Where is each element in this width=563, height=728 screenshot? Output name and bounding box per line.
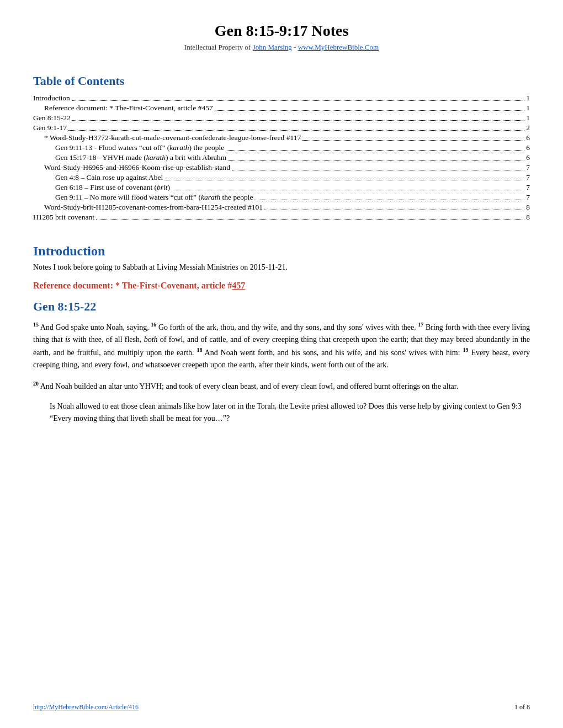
verse-15-text: And God spake unto Noah, saying,: [40, 323, 151, 331]
verse-16-text: Go forth of the ark, thou, and thy wife,…: [158, 323, 418, 331]
author-link[interactable]: John Marsing: [253, 43, 292, 51]
toc-page-number: 1: [526, 104, 530, 113]
subtitle-text: Intellectual Property of: [184, 43, 253, 51]
verse-17-num: 17: [418, 322, 423, 328]
toc-entry-label: Introduction: [33, 94, 70, 103]
toc-entry-label: Gen 8:15-22: [33, 114, 71, 122]
toc-page-number: 2: [526, 124, 530, 132]
toc-page-number: 1: [526, 114, 530, 122]
toc-dots: [228, 160, 524, 160]
toc-page-number: 7: [526, 173, 530, 182]
toc-entry-label: Reference document: * The-First-Covenant…: [44, 104, 213, 113]
toc-entry-label: Gen 9:11-13 - Flood waters “cut off” (ka…: [55, 143, 224, 152]
toc-page-number: 7: [526, 163, 530, 172]
toc-container: Introduction1Reference document: * The-F…: [33, 94, 530, 222]
toc-dots: [72, 100, 525, 101]
toc-entry-label: Gen 9:11 – No more will flood waters “cu…: [55, 193, 253, 202]
toc-entry-label: H1285 brit covenant: [33, 213, 94, 222]
toc-entry-label: * Word-Study-H3772-karath-cut-made-coven…: [44, 133, 301, 142]
toc-dots: [215, 110, 525, 111]
toc-dots: [96, 220, 524, 220]
toc-entry-label: Gen 15:17-18 - YHVH made (karath) a brit…: [55, 153, 226, 162]
toc-entry-label: Word-Study-H6965-and-H6966-Koom-rise-up-…: [44, 163, 230, 172]
toc-dots: [232, 170, 524, 170]
toc-dots: [226, 150, 524, 151]
bible-verse-20: 20 And Noah builded an altar unto YHVH; …: [33, 379, 530, 393]
toc-row: Reference document: * The-First-Covenant…: [33, 104, 530, 113]
toc-row: Word-Study-brit-H1285-covenant-comes-fro…: [33, 203, 530, 212]
toc-dots: [164, 180, 524, 180]
toc-row: Introduction1: [33, 94, 530, 103]
verse-20-num: 20: [33, 381, 39, 387]
reference-text: Reference document: * The-First-Covenant…: [33, 281, 232, 290]
toc-page-number: 6: [526, 143, 530, 152]
toc-dots: [254, 200, 524, 200]
toc-heading: Table of Contents: [33, 74, 530, 88]
gen-section-heading: Gen 8:15-22: [33, 299, 530, 314]
toc-row: Gen 8:15-221: [33, 114, 530, 122]
introduction-text: Notes I took before going to Sabbath at …: [33, 263, 530, 272]
toc-dots: [264, 210, 524, 210]
toc-row: Gen 9:1-172: [33, 124, 530, 132]
reference-link[interactable]: 457: [232, 281, 245, 290]
toc-row: Gen 9:11 – No more will flood waters “cu…: [33, 193, 530, 202]
bible-verses-15-19: 15 And God spake unto Noah, saying, 16 G…: [33, 320, 530, 372]
subtitle-separator: -: [294, 43, 298, 51]
toc-row: * Word-Study-H3772-karath-cut-made-coven…: [33, 133, 530, 142]
verse-18-text: And Noah went forth, and his sons, and h…: [205, 349, 463, 357]
reference-heading: Reference document: * The-First-Covenant…: [33, 281, 530, 291]
toc-row: Gen 6:18 – First use of covenant (brit)7: [33, 183, 530, 192]
toc-entry-label: Word-Study-brit-H1285-covenant-comes-fro…: [44, 203, 263, 212]
footer-url[interactable]: http://MyHebrewBible.com/Article/416: [33, 703, 139, 711]
website-link[interactable]: www.MyHebrewBible.Com: [298, 43, 379, 51]
verse-20-text: And Noah builded an altar unto YHVH; and…: [40, 382, 458, 390]
toc-page-number: 6: [526, 133, 530, 142]
toc-entry-label: Gen 4:8 – Cain rose up against Abel: [55, 173, 163, 182]
toc-entry-label: Gen 6:18 – First use of covenant (brit): [55, 183, 170, 192]
footer-page-info: 1 of 8: [514, 703, 530, 711]
subtitle: Intellectual Property of John Marsing - …: [33, 43, 530, 52]
toc-entry-label: Gen 9:1-17: [33, 124, 67, 132]
toc-row: Gen 4:8 – Cain rose up against Abel7: [33, 173, 530, 182]
toc-dots: [302, 140, 524, 141]
toc-page-number: 7: [526, 183, 530, 192]
commentary-1: Is Noah allowed to eat those clean anima…: [50, 400, 530, 425]
toc-dots: [72, 120, 524, 121]
toc-row: Word-Study-H6965-and-H6966-Koom-rise-up-…: [33, 163, 530, 172]
toc-page-number: 6: [526, 153, 530, 162]
toc-row: Gen 15:17-18 - YHVH made (karath) a brit…: [33, 153, 530, 162]
toc-row: H1285 brit covenant8: [33, 213, 530, 222]
toc-page-number: 8: [526, 203, 530, 212]
toc-page-number: 1: [526, 94, 530, 103]
verse-15-num: 15: [33, 322, 39, 328]
page-title: Gen 8:15-9:17 Notes: [33, 22, 530, 40]
toc-dots: [172, 190, 524, 190]
toc-page-number: 7: [526, 193, 530, 202]
verse-19-num: 19: [463, 347, 469, 353]
verse-16-num: 16: [151, 322, 156, 328]
toc-row: Gen 9:11-13 - Flood waters “cut off” (ka…: [33, 143, 530, 152]
toc-page-number: 8: [526, 213, 530, 222]
verse-18-num: 18: [196, 347, 202, 353]
introduction-heading: Introduction: [33, 244, 530, 259]
toc-dots: [68, 130, 524, 131]
page-footer: http://MyHebrewBible.com/Article/416 1 o…: [33, 703, 530, 711]
